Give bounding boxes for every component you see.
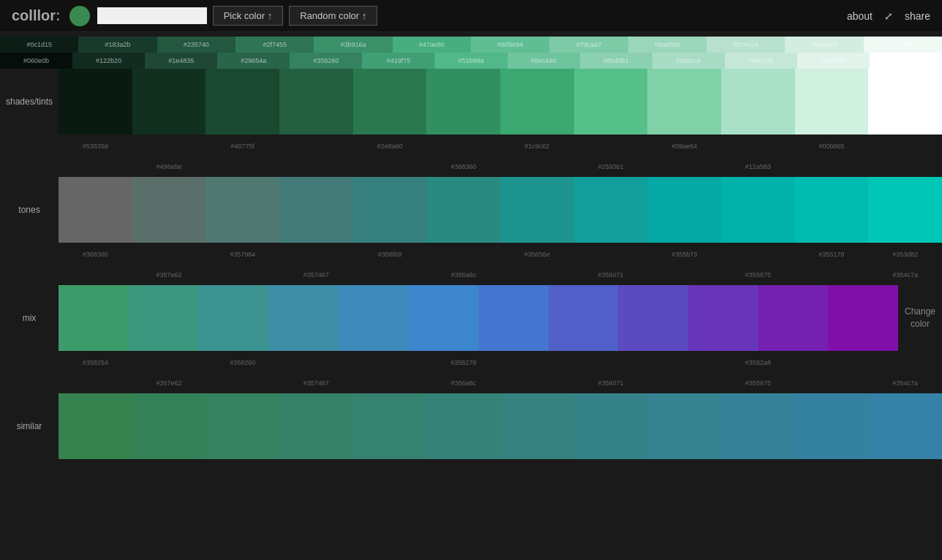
- swatch[interactable]: [206, 69, 279, 135]
- palette-cell[interactable]: #060e0b: [0, 53, 72, 69]
- tone-label-below2[interactable]: #355675: [721, 265, 795, 285]
- tone-label-below1[interactable]: #357964: [206, 244, 279, 265]
- palette-cell[interactable]: #0c1d15: [0, 37, 78, 53]
- mix-label-bottom[interactable]: [647, 373, 721, 393]
- palette-cell[interactable]: #7dcaa7: [549, 37, 628, 53]
- tone-label-below2[interactable]: [59, 265, 132, 285]
- tone-label-below1[interactable]: [426, 244, 500, 265]
- tone-label-above2[interactable]: [647, 156, 721, 177]
- palette-cell[interactable]: #2f7455: [236, 37, 314, 53]
- tone-label-above2[interactable]: [59, 156, 132, 177]
- palette-cell[interactable]: #f1f9f5: [864, 37, 942, 53]
- mix-label-top[interactable]: [132, 352, 206, 373]
- random-color-button[interactable]: Random color ↑: [289, 6, 377, 26]
- mix-label-top[interactable]: [795, 352, 869, 373]
- tone-label-above2[interactable]: #496e5e: [132, 156, 206, 177]
- swatch[interactable]: [132, 393, 206, 459]
- swatch[interactable]: [59, 177, 132, 243]
- tone-label-above[interactable]: [574, 136, 648, 156]
- tone-label-below1[interactable]: [132, 244, 206, 265]
- swatch[interactable]: [59, 69, 132, 135]
- tone-label-below2[interactable]: #357467: [279, 265, 353, 285]
- swatch[interactable]: [721, 393, 795, 459]
- palette-cell[interactable]: #358260: [290, 53, 362, 69]
- swatch[interactable]: [426, 393, 500, 459]
- mix-label-top[interactable]: [353, 352, 427, 373]
- tone-label-below1[interactable]: [279, 244, 353, 265]
- tone-label-above[interactable]: #00b865: [795, 136, 869, 156]
- tone-label-below1[interactable]: [721, 244, 795, 265]
- tone-label-above2[interactable]: [795, 156, 869, 177]
- palette-cell[interactable]: #d4ede2: [785, 37, 863, 53]
- swatch[interactable]: [795, 177, 869, 243]
- swatch[interactable]: [268, 285, 339, 351]
- mix-label-bottom[interactable]: #357e62: [132, 373, 206, 393]
- tone-label-below1[interactable]: #35656e: [500, 244, 574, 265]
- palette-cell[interactable]: #b7e1ce: [706, 37, 785, 53]
- swatch[interactable]: [408, 285, 478, 351]
- color-circle[interactable]: [69, 6, 90, 26]
- swatch[interactable]: [353, 69, 427, 135]
- palette-cell[interactable]: #8bd0b1: [580, 53, 652, 69]
- swatch[interactable]: [206, 393, 279, 459]
- swatch[interactable]: [279, 177, 353, 243]
- tone-label-below1[interactable]: #368360: [59, 244, 132, 265]
- tone-label-below1[interactable]: #353d82: [868, 244, 942, 265]
- tone-label-below2[interactable]: [353, 265, 427, 285]
- palette-cell[interactable]: #9ad6bb: [628, 37, 706, 53]
- tone-label-above[interactable]: #40775f: [206, 136, 279, 156]
- mix-label-top[interactable]: [574, 352, 648, 373]
- palette-cell[interactable]: #51b88a: [434, 53, 507, 69]
- swatch[interactable]: [129, 285, 199, 351]
- change-color-label[interactable]: Change color: [898, 285, 942, 351]
- swatch[interactable]: [353, 177, 427, 243]
- swatch[interactable]: [647, 177, 721, 243]
- palette-cell[interactable]: #29654a: [217, 53, 290, 69]
- tone-label-below1[interactable]: #356f69: [353, 244, 427, 265]
- swatch[interactable]: [426, 69, 500, 135]
- mix-label-bottom[interactable]: #356a6c: [426, 373, 500, 393]
- palette-cell[interactable]: #ffffff: [870, 53, 942, 69]
- tone-label-above[interactable]: [279, 136, 353, 156]
- swatch[interactable]: [721, 177, 795, 243]
- mix-label-bottom[interactable]: #355675: [721, 373, 795, 393]
- swatch[interactable]: [478, 285, 549, 351]
- tone-label-above[interactable]: [868, 136, 942, 156]
- swatch[interactable]: [132, 177, 206, 243]
- mix-label-bottom[interactable]: [500, 373, 574, 393]
- tone-label-below2[interactable]: #356a6c: [426, 265, 500, 285]
- swatch[interactable]: [688, 285, 758, 351]
- mix-label-bottom[interactable]: #357467: [279, 373, 353, 393]
- mix-label-bottom[interactable]: #354c7a: [868, 373, 942, 393]
- mix-label-top[interactable]: [500, 352, 574, 373]
- mix-label-top[interactable]: #358260: [206, 352, 279, 373]
- swatch[interactable]: [279, 69, 353, 135]
- mix-label-top[interactable]: [647, 352, 721, 373]
- swatch[interactable]: [549, 285, 619, 351]
- tone-label-above2[interactable]: [868, 156, 942, 177]
- tone-label-above[interactable]: [721, 136, 795, 156]
- mix-label-bottom[interactable]: [206, 373, 279, 393]
- tone-label-above[interactable]: #1c9c62: [500, 136, 574, 156]
- swatch[interactable]: [198, 285, 268, 351]
- swatch[interactable]: [868, 393, 942, 459]
- tone-label-below1[interactable]: [574, 244, 648, 265]
- palette-cell[interactable]: #3b916a: [314, 37, 392, 53]
- swatch[interactable]: [758, 285, 829, 351]
- palette-cell[interactable]: #60be94: [471, 37, 549, 53]
- pick-color-button[interactable]: Pick color ↑: [213, 6, 283, 26]
- swatch[interactable]: [868, 177, 942, 243]
- mix-label-top[interactable]: #358254: [59, 352, 132, 373]
- tone-label-above[interactable]: #53835d: [59, 136, 132, 156]
- tone-label-above[interactable]: [132, 136, 206, 156]
- mix-label-top[interactable]: #358278: [426, 352, 500, 373]
- tone-label-above[interactable]: #2e8a60: [353, 136, 427, 156]
- palette-cell[interactable]: #e2f3eb: [797, 53, 870, 69]
- swatch[interactable]: [618, 285, 688, 351]
- mix-label-top[interactable]: #3582a8: [721, 352, 795, 373]
- swatch[interactable]: [500, 177, 574, 243]
- palette-cell[interactable]: #a8dcc4: [652, 53, 725, 69]
- tone-label-above2[interactable]: #368360: [426, 156, 500, 177]
- swatch[interactable]: [426, 177, 500, 243]
- share-link[interactable]: share: [905, 10, 930, 22]
